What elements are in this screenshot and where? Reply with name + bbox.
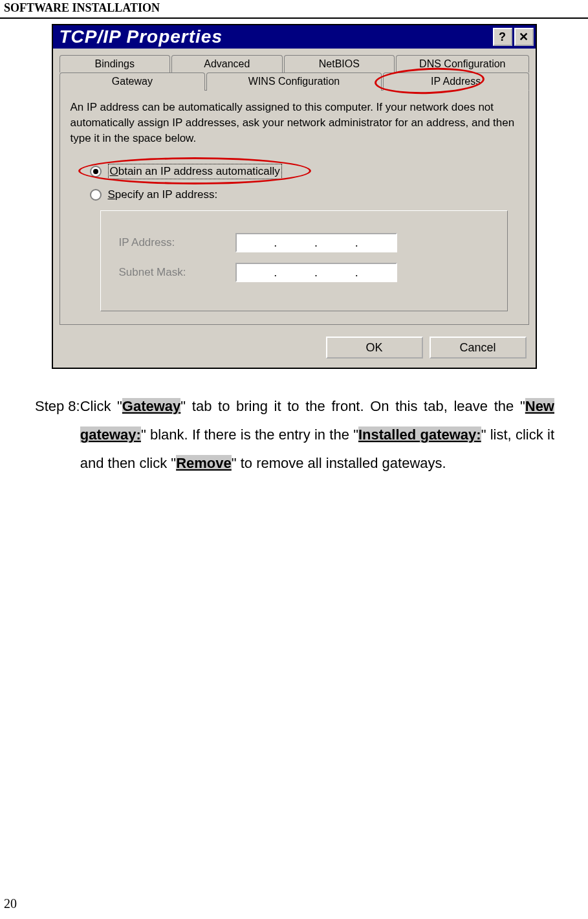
ip-seg[interactable] [318, 264, 355, 281]
label-subnet-mask: Subnet Mask: [119, 266, 216, 279]
step-text: " blank. If there is the entry in the " [141, 426, 358, 443]
specify-fieldset: IP Address: . . . Subnet Mask: . [100, 210, 508, 311]
ip-seg[interactable] [237, 234, 274, 251]
radio-specify[interactable]: Specify an IP address: [90, 188, 518, 201]
label-ip-address: IP Address: [119, 236, 216, 249]
radio-obtain-label: Obtain an IP address automatically [108, 164, 282, 179]
subnet-mask-input[interactable]: . . . [235, 263, 397, 282]
ip-seg[interactable] [237, 264, 274, 281]
tab-bindings[interactable]: Bindings [60, 55, 171, 72]
tab-ip-address[interactable]: IP Address [383, 72, 529, 91]
tab-wins-configuration[interactable]: WINS Configuration [206, 72, 382, 91]
close-button[interactable]: ✕ [514, 28, 534, 46]
highlight-installed-gateway: Installed gateway: [358, 426, 481, 443]
tab-row-1: Bindings Advanced NetBIOS DNS Configurat… [60, 55, 529, 72]
radio-obtain-auto[interactable]: Obtain an IP address automatically [90, 164, 518, 179]
step-text: " to remove all installed gateways. [232, 455, 446, 471]
radio-icon [90, 166, 102, 177]
radio-obtain-text: btain an IP address automatically [118, 165, 280, 177]
tabs-area: Bindings Advanced NetBIOS DNS Configurat… [53, 49, 536, 327]
page-header: SOFTWARE INSTALLATION [0, 0, 588, 15]
description-text: An IP address can be automatically assig… [71, 100, 518, 146]
radio-icon [90, 189, 102, 201]
tab-dns-configuration[interactable]: DNS Configuration [396, 55, 528, 72]
dialog-wrap: TCP/IP Properties ? ✕ Bindings Advanced … [0, 24, 588, 369]
ip-seg[interactable] [358, 264, 396, 281]
cancel-button[interactable]: Cancel [430, 337, 527, 359]
body-paragraph: Step 8: Click "Gateway" tab to bring it … [0, 369, 588, 478]
tcpip-dialog: TCP/IP Properties ? ✕ Bindings Advanced … [52, 24, 537, 369]
radio-specify-text: pecify an IP address: [115, 188, 217, 201]
mnemonic-o: O [110, 165, 118, 177]
step-body: Click "Gateway" tab to bring it to the f… [80, 392, 554, 478]
ip-seg[interactable] [277, 234, 314, 251]
highlight-remove: Remove [176, 455, 232, 471]
ip-seg[interactable] [358, 234, 396, 251]
tab-advanced[interactable]: Advanced [171, 55, 283, 72]
dialog-footer: OK Cancel [53, 327, 536, 368]
highlight-gateway: Gateway [122, 398, 181, 414]
mnemonic-s: S [108, 188, 115, 201]
step-text: " tab to bring it to the front. On this … [180, 398, 525, 414]
tab-gateway[interactable]: Gateway [60, 72, 206, 91]
tab-netbios[interactable]: NetBIOS [284, 55, 395, 72]
tab-panel-ip-address: An IP address can be automatically assig… [60, 90, 529, 325]
ip-seg[interactable] [277, 264, 314, 281]
radio-group: Obtain an IP address automatically Speci… [90, 164, 518, 311]
titlebar-buttons: ? ✕ [493, 28, 534, 46]
titlebar: TCP/IP Properties ? ✕ [53, 25, 536, 49]
step-label: Step 8: [35, 392, 80, 478]
radio-specify-label: Specify an IP address: [108, 188, 218, 201]
tab-row-2: Gateway WINS Configuration IP Address [60, 72, 529, 91]
step-text: Click " [80, 398, 122, 414]
tab-ip-address-label: IP Address [431, 76, 481, 87]
page-number: 20 [4, 896, 17, 911]
field-row-ip: IP Address: . . . [119, 233, 501, 252]
field-row-subnet: Subnet Mask: . . . [119, 263, 501, 282]
ip-address-input[interactable]: . . . [235, 233, 397, 252]
dialog-title: TCP/IP Properties [60, 27, 223, 47]
ok-button[interactable]: OK [326, 337, 423, 359]
header-rule [0, 17, 588, 19]
help-button[interactable]: ? [493, 28, 512, 46]
ip-seg[interactable] [318, 234, 355, 251]
